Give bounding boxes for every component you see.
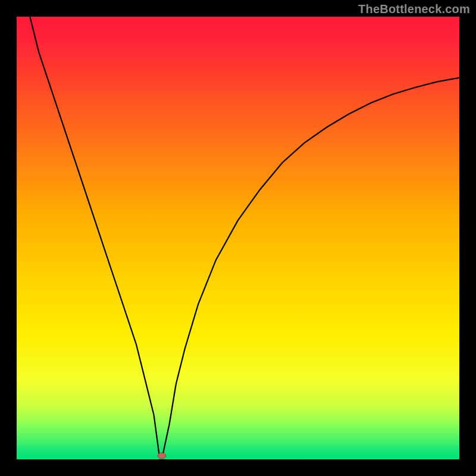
chart-frame: TheBottleneck.com [0, 0, 476, 476]
plot-background [17, 17, 459, 459]
optimal-marker [158, 453, 166, 459]
bottleneck-chart [0, 0, 476, 476]
watermark-text: TheBottleneck.com [358, 2, 470, 16]
